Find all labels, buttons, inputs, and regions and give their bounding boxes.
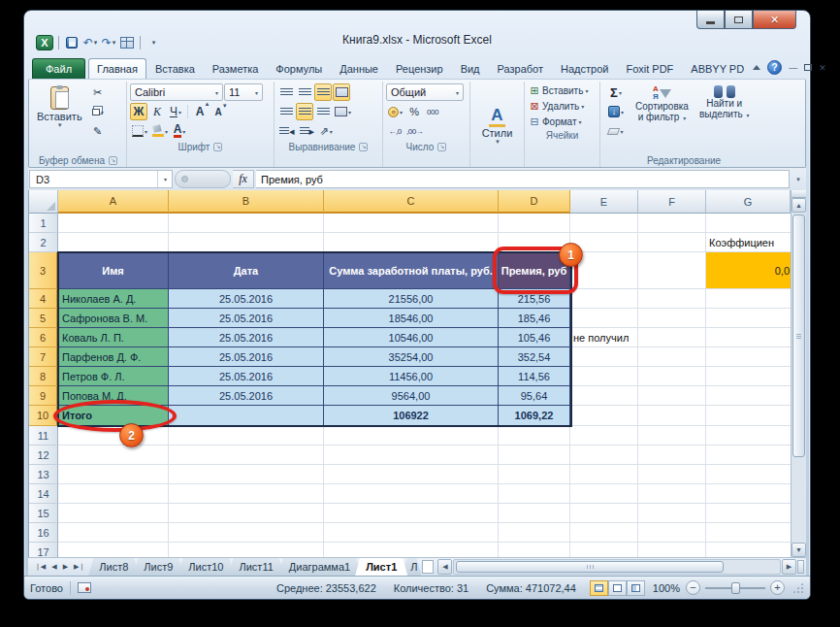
- cell-A16[interactable]: [58, 523, 169, 543]
- zoom-in-button[interactable]: +: [770, 580, 785, 595]
- row-header-6[interactable]: 6: [29, 328, 58, 347]
- cell-D1[interactable]: [499, 214, 570, 233]
- paste-button[interactable]: Вставить ▼: [33, 83, 86, 153]
- row-header-7[interactable]: 7: [29, 347, 58, 367]
- cell-C15[interactable]: [324, 504, 499, 523]
- cell-F1[interactable]: [638, 214, 706, 233]
- cell-E7[interactable]: [570, 347, 638, 367]
- row-header-10[interactable]: 10: [29, 406, 58, 426]
- scroll-down-icon[interactable]: ▼: [792, 543, 806, 557]
- cell-A10[interactable]: Итого: [58, 406, 169, 426]
- accounting-format-button[interactable]: ¤▾: [386, 103, 404, 120]
- sheet-tab[interactable]: Лист11: [228, 558, 283, 576]
- tab-formulas[interactable]: Формулы: [267, 58, 331, 79]
- cell-C3[interactable]: Сумма заработной платы, руб.: [324, 252, 499, 289]
- cell-F11[interactable]: [638, 426, 706, 446]
- cell-D5[interactable]: 185,46: [499, 309, 570, 328]
- zoom-level[interactable]: 100%: [653, 582, 680, 594]
- cell-C1[interactable]: [324, 214, 499, 233]
- cell-D17[interactable]: [499, 543, 570, 557]
- insert-sheet-button[interactable]: [422, 560, 434, 574]
- cell-D10[interactable]: 1069,22: [499, 406, 570, 426]
- resize-grip[interactable]: [792, 581, 804, 594]
- row-header-1[interactable]: 1: [29, 214, 58, 233]
- cell-D6[interactable]: 105,46: [499, 328, 570, 347]
- cell-C17[interactable]: [324, 543, 499, 557]
- cell-E15[interactable]: [570, 504, 638, 523]
- cell-B11[interactable]: [169, 426, 324, 446]
- cell-A4[interactable]: Николаев А. Д.: [58, 289, 169, 309]
- find-select-button[interactable]: Найти и выделить ▾: [695, 83, 754, 153]
- cell-G14[interactable]: [706, 484, 791, 504]
- sheet-tab[interactable]: Лист9: [133, 558, 183, 576]
- cell-C6[interactable]: 10546,00: [324, 328, 499, 347]
- macro-record-icon[interactable]: [78, 582, 91, 593]
- doc-restore-button[interactable]: [804, 64, 812, 71]
- cell-A11[interactable]: [58, 426, 169, 446]
- cell-C7[interactable]: 35254,00: [324, 347, 499, 367]
- col-header-B[interactable]: B: [169, 190, 324, 214]
- tab-view[interactable]: Вид: [452, 58, 489, 79]
- tab-data[interactable]: Данные: [331, 58, 387, 79]
- borders-button[interactable]: ▾: [130, 122, 149, 140]
- increase-indent-button[interactable]: ▸: [298, 122, 317, 140]
- cell-A1[interactable]: [58, 214, 169, 233]
- row-header-5[interactable]: 5: [29, 309, 58, 328]
- cell-D4[interactable]: 215,56: [499, 289, 570, 309]
- cell-E1[interactable]: [570, 214, 638, 233]
- cell-B7[interactable]: 25.05.2016: [169, 347, 324, 367]
- cell-A14[interactable]: [58, 484, 169, 504]
- cell-F4[interactable]: [638, 289, 706, 309]
- cell-B6[interactable]: 25.05.2016: [169, 328, 324, 347]
- cell-A13[interactable]: [58, 465, 169, 484]
- sheet-tab[interactable]: Лист10: [178, 558, 234, 576]
- row-header-16[interactable]: 16: [29, 523, 58, 543]
- cell-D15[interactable]: [499, 504, 570, 523]
- cell-G7[interactable]: [706, 347, 791, 367]
- increase-font-button[interactable]: A▲: [191, 103, 209, 120]
- fill-button[interactable]: ↓▾: [603, 103, 629, 120]
- cell-C13[interactable]: [324, 465, 499, 484]
- align-middle-button[interactable]: [296, 83, 313, 101]
- decrease-indent-button[interactable]: ◂: [277, 122, 297, 140]
- cell-G6[interactable]: [706, 328, 791, 347]
- cell-E11[interactable]: [570, 426, 638, 446]
- row-header-4[interactable]: 4: [29, 289, 58, 309]
- cell-F6[interactable]: [638, 328, 706, 347]
- col-header-G[interactable]: G: [706, 190, 791, 214]
- scrollbar-split-box[interactable]: [792, 190, 806, 198]
- cell-F5[interactable]: [638, 309, 706, 328]
- insert-cells-button[interactable]: ⊞Вставить▾: [528, 84, 597, 97]
- row-header-17[interactable]: 17: [29, 543, 58, 557]
- cell-A15[interactable]: [58, 504, 169, 523]
- cell-E5[interactable]: [570, 309, 638, 328]
- delete-cells-button[interactable]: ⊠Удалить▾: [528, 100, 597, 113]
- cell-F8[interactable]: [638, 367, 706, 386]
- cell-A5[interactable]: Сафронова В. М.: [58, 309, 169, 328]
- tab-developer[interactable]: Разработ: [489, 58, 552, 79]
- cell-B5[interactable]: 25.05.2016: [169, 309, 324, 328]
- prev-sheet-icon[interactable]: ◀: [49, 562, 58, 572]
- cell-G1[interactable]: [706, 214, 791, 233]
- cell-B10[interactable]: [169, 406, 324, 426]
- zoom-slider-thumb[interactable]: [731, 582, 740, 594]
- styles-button[interactable]: A Стили ▼: [478, 104, 517, 148]
- cell-C16[interactable]: [324, 523, 499, 543]
- align-bottom-button[interactable]: [314, 83, 332, 101]
- clear-button[interactable]: ▾: [603, 122, 629, 140]
- cell-E10[interactable]: [570, 406, 638, 426]
- row-header-14[interactable]: 14: [29, 484, 58, 504]
- row-header-13[interactable]: 13: [29, 465, 58, 484]
- cell-D8[interactable]: 114,56: [499, 367, 570, 386]
- format-painter-button[interactable]: ✎: [89, 122, 107, 140]
- cell-E9[interactable]: [570, 386, 638, 406]
- horizontal-scrollbar[interactable]: ◀ ▶: [436, 558, 806, 576]
- cell-A2[interactable]: [58, 233, 169, 252]
- cell-B4[interactable]: 25.05.2016: [169, 289, 324, 309]
- cell-F17[interactable]: [638, 543, 706, 557]
- select-all-corner[interactable]: [29, 190, 58, 214]
- sheet-tab-active[interactable]: Лист1: [355, 558, 407, 576]
- align-left-button[interactable]: [277, 103, 295, 120]
- col-header-D[interactable]: D: [499, 190, 570, 214]
- wrap-text-button[interactable]: [333, 83, 350, 101]
